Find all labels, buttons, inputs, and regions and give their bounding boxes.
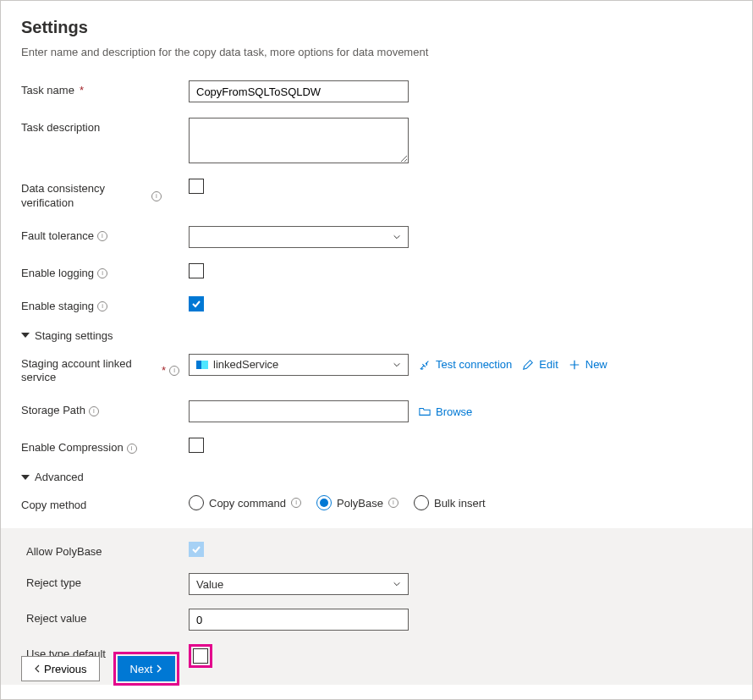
- chevron-right-icon: [156, 664, 162, 673]
- enable-logging-label: Enable logging i: [21, 263, 189, 281]
- highlight-box: Next: [113, 652, 180, 686]
- reject-value-label: Reject value: [21, 609, 189, 626]
- plus-icon: [569, 359, 580, 371]
- page-subtitle: Enter name and description for the copy …: [21, 46, 732, 58]
- test-connection-button[interactable]: Test connection: [419, 358, 512, 371]
- bulk-insert-radio[interactable]: [414, 495, 429, 510]
- storage-path-input[interactable]: [189, 400, 409, 422]
- linked-service-icon: [196, 361, 208, 369]
- fault-tolerance-select[interactable]: [189, 226, 409, 248]
- previous-button[interactable]: Previous: [21, 656, 100, 681]
- info-icon[interactable]: i: [169, 366, 179, 376]
- reject-type-label: Reject type: [21, 573, 189, 591]
- info-icon[interactable]: i: [97, 231, 107, 241]
- chevron-down-icon: [393, 361, 401, 369]
- check-icon: [191, 299, 201, 309]
- enable-staging-checkbox[interactable]: [189, 296, 204, 311]
- next-button[interactable]: Next: [118, 656, 176, 681]
- staging-linked-service-select[interactable]: linkedService: [189, 354, 409, 376]
- polybase-radio-label: PolyBase: [337, 497, 383, 510]
- highlight-box: [189, 644, 212, 668]
- new-button[interactable]: New: [569, 358, 607, 371]
- info-icon[interactable]: i: [151, 191, 162, 201]
- use-type-default-checkbox[interactable]: [193, 648, 208, 664]
- connection-icon: [419, 359, 431, 371]
- staging-linked-service-label: Staging account linked service * i: [21, 354, 189, 386]
- reject-type-select[interactable]: Value: [189, 573, 409, 595]
- required-marker: *: [162, 364, 166, 378]
- info-icon[interactable]: i: [97, 268, 107, 278]
- chevron-left-icon: [34, 664, 41, 673]
- reject-value-input[interactable]: [189, 609, 409, 631]
- info-icon[interactable]: i: [388, 498, 398, 508]
- fault-tolerance-label: Fault tolerance i: [21, 226, 189, 244]
- info-icon[interactable]: i: [291, 498, 301, 508]
- allow-polybase-checkbox: [189, 542, 204, 557]
- copy-command-radio[interactable]: [189, 495, 204, 510]
- bulk-insert-radio-label: Bulk insert: [434, 497, 486, 510]
- edit-button[interactable]: Edit: [522, 358, 558, 371]
- page-title: Settings: [21, 18, 732, 37]
- caret-down-icon: [21, 475, 30, 480]
- task-description-label: Task description: [21, 118, 189, 135]
- enable-compression-checkbox[interactable]: [189, 438, 204, 453]
- browse-button[interactable]: Browse: [419, 405, 472, 418]
- chevron-down-icon: [393, 580, 401, 588]
- allow-polybase-label: Allow PolyBase: [21, 542, 189, 559]
- data-consistency-checkbox[interactable]: [189, 179, 204, 194]
- caret-down-icon: [21, 333, 30, 338]
- data-consistency-label: Data consistency verification i: [21, 179, 189, 211]
- staging-settings-toggle[interactable]: Staging settings: [21, 329, 732, 342]
- enable-logging-checkbox[interactable]: [189, 263, 204, 278]
- copy-command-radio-label: Copy command: [209, 497, 286, 510]
- polybase-radio[interactable]: [316, 495, 332, 510]
- info-icon[interactable]: i: [97, 301, 107, 311]
- footer: Previous Next: [21, 652, 179, 686]
- check-icon: [191, 544, 201, 554]
- enable-staging-label: Enable staging i: [21, 296, 189, 314]
- copy-method-label: Copy method: [21, 495, 189, 513]
- info-icon[interactable]: i: [127, 444, 137, 454]
- required-marker: *: [80, 84, 84, 98]
- task-name-input[interactable]: [189, 80, 409, 102]
- chevron-down-icon: [393, 233, 401, 241]
- enable-compression-label: Enable Compression i: [21, 438, 189, 455]
- task-name-label: Task name*: [21, 80, 189, 98]
- task-description-input[interactable]: [189, 118, 409, 163]
- pencil-icon: [522, 359, 534, 371]
- storage-path-label: Storage Path i: [21, 400, 189, 418]
- info-icon[interactable]: i: [89, 406, 99, 416]
- folder-icon: [419, 405, 431, 417]
- advanced-toggle[interactable]: Advanced: [21, 471, 732, 483]
